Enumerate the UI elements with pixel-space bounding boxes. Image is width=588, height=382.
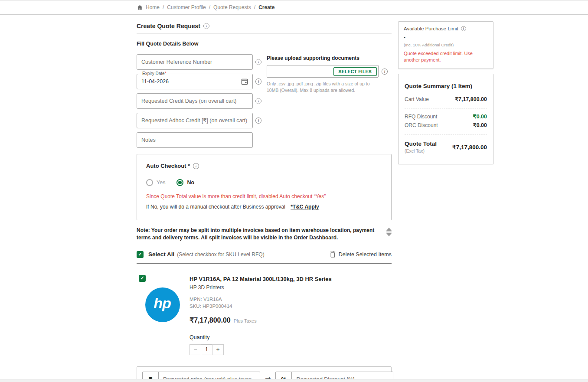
home-icon[interactable] (137, 5, 143, 10)
summary-divider (405, 108, 487, 108)
product-mpn: MPN: V1R16A (189, 297, 392, 302)
notes-field[interactable] (137, 132, 253, 148)
purchase-limit-card: Available Purchase Limit i - (Inc. 10% A… (398, 21, 493, 69)
requested-credit-days-cart-field[interactable] (137, 93, 253, 109)
product-image-hp-logo: hp (145, 287, 180, 322)
rfq-discount-label: RFQ Discount (405, 114, 437, 120)
summary-divider (405, 134, 487, 134)
breadcrumb-separator: / (163, 4, 164, 10)
quantity-input[interactable] (201, 346, 212, 353)
footer-strip (0, 379, 588, 382)
delete-selected-button[interactable]: Delete Selected Items (330, 251, 392, 258)
adhoc-credit-input[interactable] (141, 118, 248, 124)
upload-dropzone[interactable]: SELECT FILES (267, 65, 379, 78)
quote-total-sub-label: (Excl Tax) (405, 148, 437, 153)
breadcrumb-quote-requests[interactable]: Quote Requests (213, 4, 251, 10)
purchase-limit-warning[interactable]: Quote exceeded credit limit. Use another… (404, 50, 488, 63)
upload-info-icon[interactable]: i (382, 69, 388, 75)
expiry-date-field[interactable]: Expiry Date* (137, 74, 253, 89)
quantity-label: Quantity (189, 334, 392, 340)
product-sku: SKU: HP3P000414 (189, 304, 392, 309)
purchase-limit-title: Available Purchase Limit (404, 26, 458, 31)
breadcrumb: Home / Customer Profile / Quote Requests… (137, 4, 275, 10)
adhoc-credit-field[interactable] (137, 113, 253, 128)
auto-checkout-box: Auto Checkout * i Yes No Since Quote Tot… (137, 154, 392, 220)
required-asterisk: * (165, 71, 167, 76)
radio-selected-icon[interactable] (176, 179, 183, 186)
split-invoice-note: Note: Your order may be split into multi… (137, 227, 380, 242)
auto-checkout-yes-radio[interactable]: Yes (146, 179, 165, 186)
quote-details-form: i Expiry Date* i (137, 54, 392, 148)
page-title: Create Quote Request (137, 23, 200, 29)
customer-reference-field[interactable] (137, 54, 253, 70)
item-checkbox[interactable]: ✓ (139, 275, 146, 282)
rfq-discount-amount: ₹0.00 (473, 113, 487, 120)
customer-reference-info-icon[interactable]: i (255, 59, 261, 65)
trash-icon (330, 251, 336, 258)
form-subtitle: Fill Quote Details Below (137, 41, 392, 47)
page-title-row: Create Quote Request i (137, 23, 392, 33)
quote-total-label: Quote Total (405, 140, 437, 147)
customer-reference-input[interactable] (141, 59, 248, 65)
product-category: HP 3D Printers (189, 284, 392, 291)
breadcrumb-home[interactable]: Home (146, 4, 160, 10)
auto-checkout-warning: Since Quote Total value is more than cre… (146, 193, 382, 199)
quote-total-amount: ₹7,17,800.00 (452, 144, 487, 150)
select-all-row: ✓ Select All (Select checkbox for SKU Le… (137, 251, 392, 264)
upload-helper-text: Only .csv .jpg .pdf .png .zip files with… (267, 81, 382, 94)
breadcrumb-separator: / (254, 4, 255, 10)
auto-checkout-no-label: No (187, 180, 194, 186)
requested-credit-days-info-icon[interactable]: i (255, 98, 261, 104)
cart-item-row: ✓ hp HP V1R16A, PA 12 Material 300L/130k… (137, 275, 392, 355)
auto-checkout-no-radio[interactable]: No (176, 179, 194, 186)
quantity-value-field[interactable] (201, 344, 212, 355)
quantity-stepper: − + (189, 344, 392, 355)
auto-checkout-info-text: If No, you will do a manual checkout aft… (146, 204, 285, 210)
breadcrumb-separator: / (209, 4, 210, 10)
page-title-info-icon[interactable]: i (203, 23, 209, 29)
sidebar: Available Purchase Limit i - (Inc. 10% A… (398, 15, 493, 164)
requested-credit-days-cart-input[interactable] (141, 98, 248, 104)
orc-discount-label: ORC Discount (405, 122, 438, 128)
calendar-icon[interactable] (241, 78, 248, 85)
purchase-limit-note: (Inc. 10% Additional Credit) (404, 42, 488, 47)
delete-selected-label: Delete Selected Items (339, 251, 392, 258)
purchase-limit-value: - (404, 34, 488, 40)
breadcrumb-current: Create (258, 4, 274, 10)
radio-unselected-icon[interactable] (146, 179, 153, 186)
product-price: ₹7,17,800.00 (189, 316, 231, 324)
cart-value-amount: ₹7,17,800.00 (455, 96, 487, 102)
quote-summary-card: Quote Summary (1 Item) Cart Value ₹7,17,… (398, 74, 493, 164)
adhoc-credit-info-icon[interactable]: i (255, 118, 261, 124)
product-title[interactable]: HP V1R16A, PA 12 Material 300L/130kg, 3D… (189, 276, 392, 282)
main-column: Create Quote Request i Fill Quote Detail… (137, 15, 392, 382)
cart-value-label: Cart Value (405, 96, 429, 102)
select-all-hint: (Select checkbox for SKU Level RFQ) (177, 251, 264, 258)
product-price-suffix: Plus Taxes (234, 318, 257, 323)
breadcrumb-customer-profile[interactable]: Customer Profile (167, 4, 206, 10)
select-files-button[interactable]: SELECT FILES (333, 67, 377, 76)
expiry-date-info-icon[interactable]: i (255, 78, 261, 85)
quantity-increase-button[interactable]: + (212, 344, 224, 355)
upload-section: Please upload supporting documents SELEC… (267, 55, 392, 94)
tnc-apply-link[interactable]: *T&C Apply (291, 204, 319, 210)
expiry-date-label: Expiry Date* (140, 71, 168, 76)
auto-checkout-yes-label: Yes (157, 180, 165, 186)
scroll-up-down-icon[interactable] (386, 228, 392, 236)
breadcrumb-bar: Home / Customer Profile / Quote Requests… (0, 0, 588, 15)
notes-input[interactable] (141, 137, 248, 143)
auto-checkout-info-icon[interactable]: i (193, 163, 199, 169)
upload-label: Please upload supporting documents (267, 55, 392, 61)
select-all-label: Select All (148, 251, 174, 258)
select-all-checkbox[interactable]: ✓ (137, 251, 144, 258)
orc-discount-amount: ₹0.00 (473, 122, 487, 128)
expiry-date-input[interactable] (141, 78, 238, 85)
quantity-decrease-button[interactable]: − (189, 344, 201, 355)
auto-checkout-title: Auto Checkout * (146, 163, 190, 169)
purchase-limit-info-icon[interactable]: i (461, 26, 466, 31)
quote-summary-title: Quote Summary (1 Item) (405, 83, 487, 89)
